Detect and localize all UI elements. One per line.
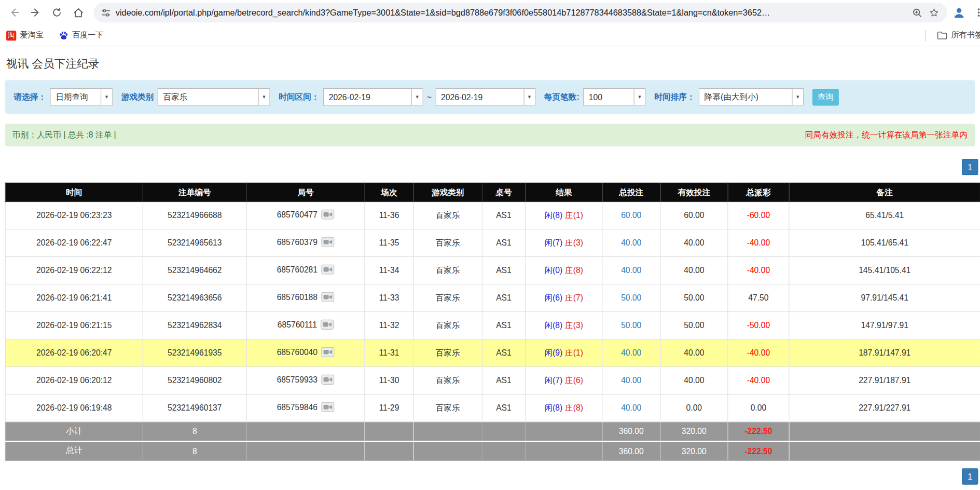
video-replay-icon[interactable] [321,292,334,304]
address-bar[interactable]: videoie.com/ipl/portal.php/game/betrecor… [94,3,947,23]
page-size-select[interactable]: 100 ▾ [583,88,645,106]
baidu-icon [59,30,68,40]
cell-total-bet[interactable]: 60.00 [602,202,660,229]
summary-notice: 同局有效投注，统一计算在该局第一张注单内 [805,129,968,141]
round-number: 685760111 [278,320,317,330]
chevron-down-icon[interactable]: ▾ [633,89,645,105]
chevron-down-icon[interactable]: ▾ [101,89,112,105]
game-type-select[interactable]: 百家乐 ▾ [158,88,270,106]
cell-result: 闲(6)庄(7) [526,284,602,312]
cell-time: 2026-02-19 06:21:41 [5,284,143,312]
cell-result: 闲(7)庄(3) [526,229,602,257]
search-button[interactable]: 查询 [812,88,839,105]
cell-game-type: 百家乐 [413,394,482,422]
cell-result: 闲(8)庄(1) [526,202,602,229]
table-row: 2026-02-19 06:20:12 523214960802 6857599… [5,367,980,394]
result-player: 闲(0) [544,265,562,275]
round-number: 685760379 [277,238,318,247]
video-replay-icon[interactable] [321,210,334,222]
cell-round: 685760281 [246,257,365,284]
cell-table-no: AS1 [482,284,525,312]
video-replay-icon[interactable] [321,375,334,387]
chevron-down-icon[interactable]: ▾ [523,89,535,105]
video-replay-icon[interactable] [321,402,334,414]
sort-select[interactable]: 降幂(由大到小) ▾ [699,88,804,106]
bookmarks-divider [925,30,926,41]
round-number: 685760188 [277,293,318,302]
pagination-bottom: 1 [5,468,978,484]
bookmark-aitaobao[interactable]: 淘 爱淘宝 [6,30,44,40]
pagination-page-1-bottom[interactable]: 1 [962,468,978,484]
cell-time: 2026-02-19 06:23:23 [5,202,143,229]
cell-result: 闲(0)庄(8) [526,257,602,284]
cell-game-type: 百家乐 [413,202,482,229]
cell-game-type: 百家乐 [413,284,482,312]
query-type-select[interactable]: 日期查询 ▾ [50,88,112,106]
all-bookmarks-label: 所有书签 [951,30,980,40]
summary-currency-count: 币别：人民币 | 总共 :8 注单 | [12,129,116,141]
cell-table-no: AS1 [482,339,525,367]
video-replay-icon[interactable] [321,320,334,332]
menu-icon[interactable] [974,7,980,18]
cell-session: 11-30 [365,367,413,394]
chevron-down-icon[interactable]: ▾ [411,89,423,105]
cell-note: 105.41/65.41 [789,229,980,257]
toolbar-right [952,5,980,20]
bookmark-star-icon[interactable] [929,7,939,18]
profile-icon[interactable] [952,5,967,20]
cell-round: 685760477 [246,202,365,229]
cell-total-bet[interactable]: 40.00 [602,394,660,422]
chevron-down-icon[interactable]: ▾ [792,89,803,105]
video-replay-icon[interactable] [321,265,334,277]
cell-total-bet[interactable]: 50.00 [602,284,660,312]
zoom-icon[interactable] [912,7,922,18]
cell-result: 闲(8)庄(3) [526,312,602,339]
forward-button[interactable] [25,2,46,23]
result-banker: 庄(8) [565,403,583,412]
back-button[interactable] [4,2,25,23]
total-label: 总计 [5,441,143,460]
cell-bet-id: 523214962834 [143,312,246,339]
subtotal-payout: -222.50 [728,422,789,441]
cell-total-bet[interactable]: 50.00 [602,312,660,339]
cell-note: 227.91/227.91 [789,394,980,422]
cell-payout: 47.50 [728,284,789,312]
bookmarks-bar: 淘 爱淘宝 百度一下 所有书签 [0,25,980,46]
chevron-down-icon[interactable]: ▾ [258,89,270,105]
date-range-tilde: ~ [427,92,432,102]
cell-total-bet[interactable]: 40.00 [602,339,660,367]
cell-time: 2026-02-19 06:20:47 [5,339,143,367]
table-row: 2026-02-19 06:19:48 523214960137 6857598… [5,394,980,422]
cell-note: 147.91/97.91 [789,312,980,339]
cell-bet-id: 523214964662 [143,257,246,284]
cell-total-bet[interactable]: 40.00 [602,257,660,284]
cell-game-type: 百家乐 [413,257,482,284]
cell-bet-id: 523214963656 [143,284,246,312]
cell-note: 65.41/5.41 [789,202,980,229]
cell-payout: -40.00 [728,229,789,257]
table-row: 2026-02-19 06:21:15 523214962834 6857601… [5,312,980,339]
bet-records-table: 时间 注单编号 局号 场次 游戏类别 桌号 结果 总投注 有效投注 总派彩 备注… [5,183,980,461]
refresh-button[interactable] [46,2,67,23]
url-text[interactable]: videoie.com/ipl/portal.php/game/betrecor… [116,8,901,17]
cell-table-no: AS1 [482,229,525,257]
pagination-page-1[interactable]: 1 [962,159,978,175]
result-banker: 庄(3) [565,238,583,247]
video-replay-icon[interactable] [321,347,334,359]
cell-time: 2026-02-19 06:20:12 [5,367,143,394]
table-row: 2026-02-19 06:23:23 523214966688 6857604… [5,202,980,229]
date-to-select[interactable]: 2026-02-19 ▾ [435,88,535,106]
total-count: 8 [143,441,246,460]
cell-total-bet[interactable]: 40.00 [602,229,660,257]
cell-total-bet[interactable]: 40.00 [602,367,660,394]
date-from-select[interactable]: 2026-02-19 ▾ [323,88,423,106]
site-info-icon[interactable] [101,8,111,17]
page-content: 视讯 会员下注纪录 请选择： 日期查询 ▾ 游戏类别 百家乐 ▾ 时间区间： 2… [0,56,980,484]
all-bookmarks[interactable]: 所有书签 [925,30,980,41]
bookmark-baidu[interactable]: 百度一下 [59,30,104,40]
cell-payout: -60.00 [728,202,789,229]
cell-round: 685759846 [246,394,365,422]
video-replay-icon[interactable] [321,237,334,249]
sort-label: 时间排序： [654,91,695,103]
home-button[interactable] [67,2,89,23]
